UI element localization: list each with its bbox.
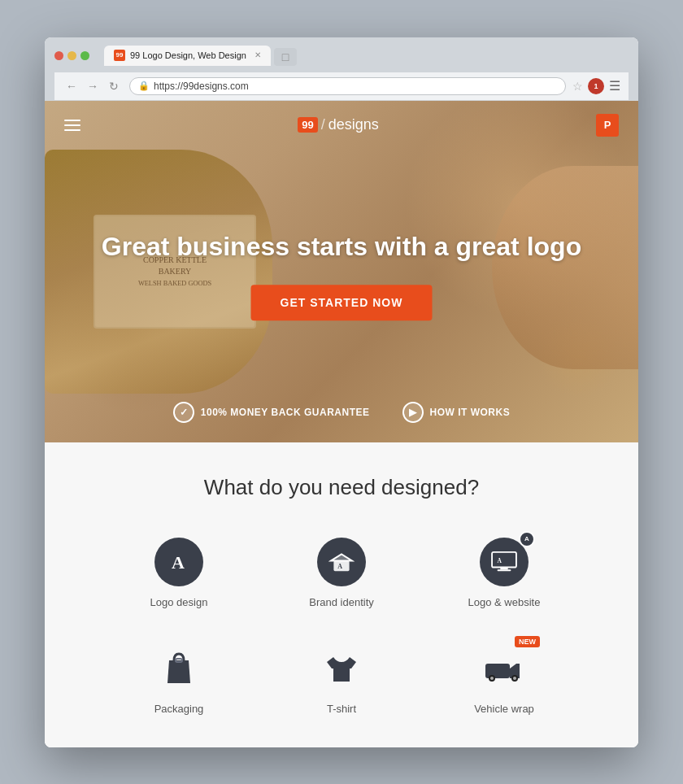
design-grid-row2: Packaging T-shirt [64,636,619,723]
menu-icon[interactable]: ☰ [609,78,620,94]
how-it-works-text: HOW IT WORKS [430,407,511,418]
toolbar-actions: ☆ 1 ☰ [572,78,620,94]
guarantee-text: 100% MONEY BACK GUARANTEE [201,407,370,418]
brand-identity-icon: A [317,538,366,586]
design-item-tshirt[interactable]: T-shirt [260,636,423,723]
website-content: COPPER KETTLEBAKERYWelsh Baked Goods 99 … [45,101,638,747]
hamburger-line-3 [64,129,80,131]
svg-rect-10 [485,664,510,678]
browser-window: 99 99 Logo Design, Web Design ✕ □ ← → ↻ … [45,37,638,747]
site-nav: 99 / designs P [45,101,638,150]
svg-point-12 [490,677,494,680]
svg-rect-6 [500,567,507,569]
browser-controls: 99 99 Logo Design, Web Design ✕ □ [54,46,629,66]
svg-point-14 [513,677,516,680]
design-item-packaging[interactable]: Packaging [98,636,260,723]
play-icon: ▶ [402,402,424,423]
bag-svg [164,651,194,686]
hero-title: Great business starts with a great logo [75,231,609,262]
guarantee-badge[interactable]: ✓ 100% MONEY BACK GUARANTEE [173,402,370,423]
vehicle-label: Vehicle wrap [474,703,534,715]
hero-content: Great business starts with a great logo … [75,231,609,320]
extension-label: 1 [594,82,598,90]
traffic-lights [54,51,89,60]
design-grid-row1: A Logo design A [64,529,619,616]
design-item-vehicle[interactable]: NEW Vehicle wrap [423,636,585,723]
svg-marker-3 [331,554,352,560]
tshirt-icon [317,644,366,693]
logo-text: designs [328,116,379,133]
url-text: https://99designs.com [154,81,249,92]
maximize-button[interactable] [80,51,89,60]
svg-text:A: A [172,552,185,573]
close-button[interactable] [54,51,63,60]
extension-badge[interactable]: 1 [588,78,604,94]
logo-website-label: Logo & website [468,596,541,608]
tshirt-label: T-shirt [327,703,356,715]
svg-text:A: A [337,563,342,570]
cta-button[interactable]: GET STARTED NOW [251,285,433,320]
browser-titlebar: 99 99 Logo Design, Web Design ✕ □ ← → ↻ … [45,37,638,101]
active-tab[interactable]: 99 99 Logo Design, Web Design ✕ [104,46,271,66]
check-icon: ✓ [173,402,194,423]
brand-icon-svg: A [328,549,355,575]
reload-button[interactable]: ↻ [105,77,123,95]
new-tab-button[interactable]: □ [274,48,297,66]
design-item-logosite[interactable]: A A Logo & website [423,529,585,616]
packaging-label: Packaging [154,703,204,715]
minimize-button[interactable] [67,51,76,60]
hamburger-line-2 [64,124,80,126]
what-section: What do you need designed? A Logo design [45,442,638,747]
svg-text:A: A [498,556,502,564]
design-item-brand[interactable]: A Brand identity [260,529,423,616]
svg-rect-7 [498,569,511,571]
how-it-works-badge[interactable]: ▶ HOW IT WORKS [402,402,511,423]
site-logo[interactable]: 99 / designs [298,116,379,133]
logo-website-icon-wrapper: A A [480,538,529,586]
section-title: What do you need designed? [64,475,619,500]
tab-favicon: 99 [114,50,125,61]
packaging-icon [154,644,203,693]
logo-number: 99 [298,117,317,133]
hero-section: COPPER KETTLEBAKERYWelsh Baked Goods 99 … [45,101,638,442]
overlay-letter: A [524,535,529,542]
letter-a-icon: A [166,549,192,575]
logo-slash: / [321,116,325,133]
tshirt-svg [325,654,358,683]
bookmark-icon[interactable]: ☆ [572,80,583,93]
design-item-logo[interactable]: A Logo design [98,529,260,616]
address-bar[interactable]: 🔒 https://99designs.com [129,77,566,95]
tab-bar: 99 99 Logo Design, Web Design ✕ □ [104,46,297,66]
svg-rect-5 [492,551,516,567]
nav-buttons: ← → ↻ [63,77,123,95]
tab-label: 99 Logo Design, Web Design [130,50,246,60]
lock-icon: 🔒 [138,81,150,91]
user-avatar[interactable]: P [596,114,619,137]
hero-badges: ✓ 100% MONEY BACK GUARANTEE ▶ HOW IT WOR… [45,402,638,423]
hamburger-line-1 [64,120,80,121]
vehicle-icon-wrapper: NEW [480,644,529,693]
browser-toolbar: ← → ↻ 🔒 https://99designs.com ☆ 1 ☰ [54,72,629,101]
tab-close-icon[interactable]: ✕ [254,50,261,59]
forward-button[interactable]: → [84,77,102,95]
logo-design-icon: A [154,538,203,586]
overlay-badge: A [519,531,535,547]
brand-identity-label: Brand identity [309,596,374,608]
logo-design-label: Logo design [150,596,208,608]
truck-svg [484,654,524,683]
monitor-svg: A [490,551,518,573]
hamburger-menu[interactable] [64,120,80,131]
new-badge: NEW [515,636,540,647]
back-button[interactable]: ← [63,77,80,95]
